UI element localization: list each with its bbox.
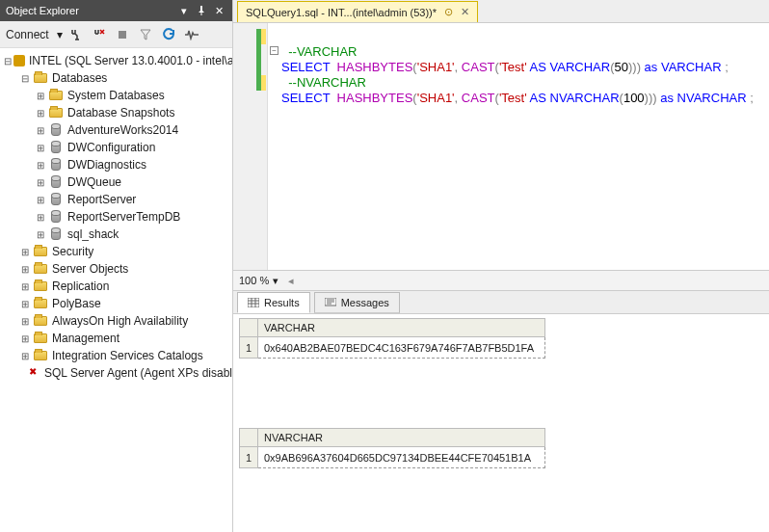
editor-gutter xyxy=(233,23,268,270)
database-icon xyxy=(48,158,64,172)
tree-node-sysdb[interactable]: ⊞System Databases xyxy=(0,87,232,104)
tree-node-db[interactable]: ⊞DWConfiguration xyxy=(0,139,232,156)
expand-icon[interactable]: ⊞ xyxy=(35,228,46,240)
tree-node-db[interactable]: ⊞ReportServerTempDB xyxy=(0,208,232,226)
expand-icon[interactable]: ⊞ xyxy=(35,107,46,119)
expand-icon[interactable]: ⊞ xyxy=(19,315,31,327)
zoom-step-icon[interactable]: ◂ xyxy=(288,275,294,287)
collapse-icon[interactable]: ⊟ xyxy=(4,55,12,66)
connect-icon[interactable] xyxy=(66,25,86,44)
tab-results[interactable]: Results xyxy=(237,292,310,313)
tree-node-db[interactable]: ⊞AdventureWorks2014 xyxy=(0,121,232,139)
collapse-icon[interactable]: ⊟ xyxy=(19,72,31,84)
svg-rect-0 xyxy=(119,31,126,39)
database-icon xyxy=(48,123,64,137)
connect-label[interactable]: Connect xyxy=(6,28,49,41)
expand-icon[interactable]: ⊞ xyxy=(19,246,31,257)
expand-icon[interactable]: ⊞ xyxy=(35,211,46,223)
tree-node-folder[interactable]: ⊞AlwaysOn High Availability xyxy=(0,312,232,330)
result-cell[interactable]: 0x9AB696A37604D665DC97134DBEE44CFE70451B… xyxy=(258,447,545,468)
tab-messages[interactable]: Messages xyxy=(314,292,400,313)
tree-node-databases[interactable]: ⊟Databases xyxy=(0,69,232,87)
tree-node-folder[interactable]: ⊞PolyBase xyxy=(0,295,232,312)
grid-icon xyxy=(248,298,259,307)
expand-icon[interactable]: ⊞ xyxy=(19,280,31,292)
result-cell[interactable]: 0x640AB2BAE07BEDC4C163F679A746F7AB7FB5D1… xyxy=(258,337,545,359)
highlight-marker-icon xyxy=(261,75,266,91)
tree-node-db[interactable]: ⊞ReportServer xyxy=(0,191,232,208)
row-number[interactable]: 1 xyxy=(239,447,258,468)
table-row[interactable]: 1 0x640AB2BAE07BEDC4C163F679A746F7AB7FB5… xyxy=(239,337,763,359)
expand-icon[interactable]: ⊞ xyxy=(35,176,46,188)
grid-header: NVARCHAR xyxy=(239,428,763,447)
row-number[interactable]: 1 xyxy=(239,337,258,359)
folder-icon xyxy=(33,262,48,276)
disconnect-icon[interactable] xyxy=(90,25,109,44)
expand-icon[interactable]: ⊞ xyxy=(19,332,31,344)
expand-icon[interactable]: ⊞ xyxy=(35,142,46,153)
tree-node-db[interactable]: ⊞DWQueue xyxy=(0,173,232,191)
folder-icon xyxy=(48,106,64,120)
messages-icon xyxy=(325,298,336,307)
tab-label: SQLQuery1.sql - INT...(intel\admin (53))… xyxy=(246,7,437,18)
database-icon xyxy=(48,227,64,241)
row-header-corner[interactable] xyxy=(239,428,258,447)
folder-icon xyxy=(33,279,48,293)
table-row[interactable]: 1 0x9AB696A37604D665DC97134DBEE44CFE7045… xyxy=(239,447,763,468)
refresh-icon[interactable] xyxy=(159,25,178,44)
column-header[interactable]: VARCHAR xyxy=(258,318,545,337)
tree-node-folder[interactable]: ⊞Security xyxy=(0,243,232,260)
expand-icon[interactable]: ⊞ xyxy=(35,90,46,101)
database-icon xyxy=(48,193,64,206)
object-explorer-toolbar: Connect ▾ xyxy=(0,21,232,48)
editor-panel: SQLQuery1.sql - INT...(intel\admin (53))… xyxy=(233,0,769,532)
tree-node-db[interactable]: ⊞DWDiagnostics xyxy=(0,156,232,173)
object-explorer-panel: Object Explorer ▾ ✕ Connect ▾ ⊟INTEL (SQ… xyxy=(0,0,233,532)
pin-icon[interactable] xyxy=(194,3,209,18)
filter-icon[interactable] xyxy=(136,25,155,44)
result-grid-2: NVARCHAR 1 0x9AB696A37604D665DC97134DBEE… xyxy=(239,428,763,468)
row-header-corner[interactable] xyxy=(239,318,258,337)
tree-node-folder[interactable]: ⊞Management xyxy=(0,330,232,347)
column-header[interactable]: NVARCHAR xyxy=(258,428,545,447)
tab-sqlquery1[interactable]: SQLQuery1.sql - INT...(intel\admin (53))… xyxy=(237,1,478,22)
tree-node-snapshots[interactable]: ⊞Database Snapshots xyxy=(0,104,232,121)
expand-icon[interactable]: ⊞ xyxy=(19,263,31,275)
tab-close-icon[interactable]: ✕ xyxy=(461,6,469,18)
tab-pin-icon[interactable]: ⊙ xyxy=(444,6,453,18)
tree-node-folder[interactable]: ⊞Server Objects xyxy=(0,260,232,278)
expand-icon[interactable]: ⊞ xyxy=(19,350,31,361)
activity-icon[interactable] xyxy=(182,25,201,44)
close-icon[interactable]: ✕ xyxy=(211,3,226,18)
code-content[interactable]: --VARCHAR SELECT HASHBYTES('SHA1', CAST(… xyxy=(281,29,769,121)
folder-icon xyxy=(33,314,48,328)
stop-icon[interactable] xyxy=(113,25,132,44)
expand-icon[interactable]: ⊞ xyxy=(35,159,46,171)
folder-icon xyxy=(33,71,48,85)
object-explorer-tree[interactable]: ⊟INTEL (SQL Server 13.0.4001.0 - intel\a… xyxy=(0,48,232,532)
dropdown-icon[interactable]: ▾ xyxy=(176,3,192,18)
folder-icon xyxy=(48,89,64,102)
expand-icon[interactable]: ⊞ xyxy=(19,298,31,309)
outline-collapse-icon[interactable]: − xyxy=(270,46,278,55)
tree-node-server[interactable]: ⊟INTEL (SQL Server 13.0.4001.0 - intel\a… xyxy=(0,52,232,69)
highlight-marker-icon xyxy=(261,29,266,44)
expand-icon[interactable]: ⊞ xyxy=(35,124,46,136)
folder-icon xyxy=(33,349,48,362)
database-icon xyxy=(48,175,64,189)
expand-icon[interactable]: ⊞ xyxy=(35,194,46,205)
results-pane[interactable]: VARCHAR 1 0x640AB2BAE07BEDC4C163F679A746… xyxy=(233,314,769,532)
connect-dropdown-icon[interactable]: ▾ xyxy=(57,28,63,41)
folder-icon xyxy=(33,297,48,310)
grid-header: VARCHAR xyxy=(239,318,763,337)
server-label: INTEL (SQL Server 13.0.4001.0 - intel\ad xyxy=(29,54,232,67)
sql-editor[interactable]: − --VARCHAR SELECT HASHBYTES('SHA1', CAS… xyxy=(233,23,769,270)
tree-node-agent[interactable]: ⊞SQL Server Agent (Agent XPs disabl xyxy=(0,364,232,382)
zoom-value[interactable]: 100 % xyxy=(239,275,269,286)
tree-node-db[interactable]: ⊞sql_shack xyxy=(0,226,232,243)
zoom-bar: 100 % ▾ ◂ xyxy=(233,270,769,291)
zoom-dropdown-icon[interactable]: ▾ xyxy=(273,275,278,287)
tree-node-folder[interactable]: ⊞Integration Services Catalogs xyxy=(0,347,232,364)
tree-node-folder[interactable]: ⊞Replication xyxy=(0,278,232,295)
result-grid-1: VARCHAR 1 0x640AB2BAE07BEDC4C163F679A746… xyxy=(239,318,763,359)
